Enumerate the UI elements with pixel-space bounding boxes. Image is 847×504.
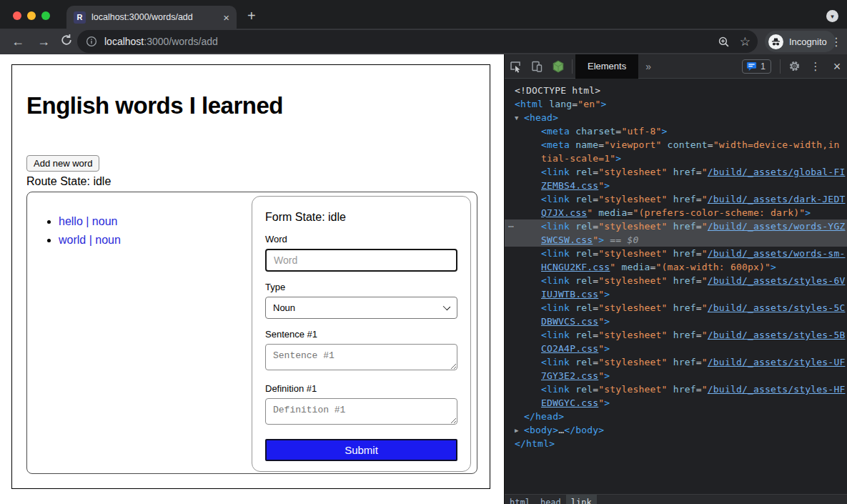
devtools-panel: Elements » 1 ⋮ × <!DOCTYPE html><html la… (504, 54, 847, 504)
zoom-window-button[interactable] (41, 11, 50, 20)
dom-tree-node[interactable]: ZEMBS4.css"> (505, 179, 847, 192)
breadcrumb-item-html[interactable]: html (505, 495, 535, 504)
stylesheet-link[interactable]: SWCSW.css (541, 234, 593, 245)
page-outer-container: English words I learned Add new word Rou… (11, 64, 490, 489)
dom-tree-selected-node[interactable]: ⋯<link rel="stylesheet" href="/build/_as… (505, 219, 847, 233)
dom-tree-node[interactable]: <link rel="stylesheet" href="/build/_ass… (505, 301, 847, 315)
more-tabs-icon[interactable]: » (645, 61, 651, 72)
reload-icon[interactable] (60, 34, 73, 49)
devtools-close-icon[interactable]: × (826, 57, 847, 76)
stylesheet-link[interactable]: IUJWTB.css (541, 289, 598, 300)
sentence-label: Sentence #1 (265, 329, 457, 340)
stylesheet-link[interactable]: /build/_assets/styles-5B (708, 330, 846, 340)
stylesheet-link[interactable]: /build/_assets/styles-UF (708, 357, 846, 367)
stylesheet-link[interactable]: /build/_assets/words-sm- (708, 248, 846, 259)
node-overflow-menu-icon[interactable]: ⋯ (508, 219, 514, 233)
page-info-icon[interactable] (86, 36, 97, 47)
incognito-label: Incognito (789, 36, 827, 47)
stylesheet-link[interactable]: ZEMBS4.css (541, 180, 598, 191)
dom-tree-node[interactable]: ▶<body>…</body> (505, 423, 847, 437)
stylesheet-link[interactable]: /build/_assets/styles-6V (708, 275, 846, 286)
form-state-text: Form State: idle (265, 211, 457, 224)
stylesheet-link[interactable]: /build/_assets/words-YGZ (708, 221, 846, 232)
stylesheet-link[interactable]: CO2A4P.css (541, 343, 598, 354)
back-icon[interactable]: ← (11, 34, 24, 49)
devtools-toolbar: Elements » 1 ⋮ × (505, 54, 847, 79)
dom-tree-node[interactable]: IUJWTB.css"> (505, 287, 847, 301)
word-list-item: world | noun (59, 231, 121, 249)
sentence-textarea[interactable] (265, 344, 457, 370)
stylesheet-link[interactable]: 7GY3E2.css (541, 370, 598, 381)
dom-tree-node[interactable]: <meta name="viewport" content="width=dev… (505, 138, 847, 152)
word-list: hello | nounworld | noun (59, 212, 121, 249)
dom-tree-node[interactable]: ▼<head> (505, 111, 847, 124)
stylesheet-link[interactable]: /build/_assets/styles-5C (708, 302, 846, 313)
tab-search-button[interactable]: ▾ (826, 10, 838, 22)
dom-tree-node[interactable]: tial-scale=1"> (505, 152, 847, 165)
close-window-button[interactable] (13, 11, 21, 20)
extension-cube-icon[interactable] (548, 57, 569, 76)
device-toolbar-icon[interactable] (526, 57, 548, 76)
dom-tree-node[interactable]: <link rel="stylesheet" href="/build/_ass… (505, 382, 847, 396)
browser-tab[interactable]: R localhost:3000/words/add × (66, 6, 237, 29)
expand-arrow-icon[interactable]: ▼ (515, 112, 519, 124)
minimize-window-button[interactable] (27, 11, 36, 20)
zoom-page-icon[interactable] (718, 36, 730, 48)
dom-tree-node[interactable]: <link rel="stylesheet" href="/build/_ass… (505, 274, 847, 287)
dom-tree-node[interactable]: <meta charset="utf-8"> (505, 124, 847, 138)
collapse-arrow-icon[interactable]: ▶ (515, 424, 519, 437)
tab-elements[interactable]: Elements (575, 54, 638, 79)
dom-tree-node[interactable]: EDWGYC.css"> (505, 396, 847, 410)
message-bubble-icon (746, 61, 757, 71)
new-tab-button[interactable]: + (247, 9, 256, 23)
stylesheet-link[interactable]: /build/_assets/global-FI (708, 167, 846, 177)
browser-menu-icon[interactable]: ⋮ (831, 35, 842, 49)
dom-tree-node[interactable]: </head> (505, 410, 847, 423)
definition-label: Definition #1 (265, 383, 457, 394)
dom-tree-node[interactable]: </html> (505, 437, 847, 450)
dom-tree-node[interactable]: DBWVCS.css"> (505, 315, 847, 328)
inspect-element-icon[interactable] (505, 57, 526, 76)
breadcrumb-item-link[interactable]: link (566, 495, 597, 504)
dom-tree-node[interactable]: <link rel="stylesheet" href="/build/_ass… (505, 355, 847, 369)
stylesheet-link[interactable]: EDWGYC.css (541, 397, 598, 408)
stylesheet-link[interactable]: Q7JX.css (541, 207, 587, 218)
submit-button[interactable]: Submit (265, 439, 457, 461)
issues-badge[interactable]: 1 (742, 59, 771, 74)
bookmark-star-icon[interactable]: ☆ (740, 34, 751, 49)
incognito-badge: Incognito (765, 31, 836, 52)
devtools-menu-icon[interactable]: ⋮ (805, 57, 826, 76)
add-new-word-button[interactable]: Add new word (26, 155, 99, 172)
settings-gear-icon[interactable] (783, 57, 805, 76)
page-title: English words I learned (26, 92, 283, 119)
dom-tree-node[interactable]: <link rel="stylesheet" href="/build/_ass… (505, 192, 847, 206)
dom-tree-node[interactable]: <!DOCTYPE html> (505, 84, 847, 97)
dom-tree-node[interactable]: HCNGU2KF.css" media="(max-width: 600px)"… (505, 260, 847, 274)
stylesheet-link[interactable]: DBWVCS.css (541, 316, 598, 327)
breadcrumb-item-head[interactable]: head (535, 495, 566, 504)
dom-tree-node[interactable]: <link rel="stylesheet" href="/build/_ass… (505, 328, 847, 342)
dom-tree-node[interactable]: CO2A4P.css"> (505, 342, 847, 355)
definition-textarea[interactable] (265, 398, 457, 425)
dom-tree-node[interactable]: <html lang="en"> (505, 97, 847, 111)
dom-tree-node[interactable]: <link rel="stylesheet" href="/build/_ass… (505, 165, 847, 179)
tab-close-icon[interactable]: × (222, 12, 231, 23)
web-page: English words I learned Add new word Rou… (0, 54, 504, 504)
type-select[interactable]: Noun (265, 297, 457, 319)
stylesheet-link[interactable]: HCNGU2KF.css (541, 262, 610, 272)
dom-tree-node[interactable]: Q7JX.css" media="(prefers-color-scheme: … (505, 206, 847, 219)
browser-toolbar: ← → localhost:3000/words/add ☆ Incognito… (0, 29, 847, 54)
word-link[interactable]: hello | noun (59, 215, 117, 227)
address-bar[interactable]: localhost:3000/words/add ☆ (77, 30, 758, 53)
forward-icon[interactable]: → (37, 34, 50, 49)
issues-count: 1 (761, 61, 766, 71)
type-label: Type (265, 282, 457, 292)
word-link[interactable]: world | noun (59, 234, 121, 246)
stylesheet-link[interactable]: /build/_assets/dark-JEDT (708, 194, 846, 204)
stylesheet-link[interactable]: /build/_assets/styles-HF (708, 384, 846, 395)
word-input[interactable] (265, 249, 457, 272)
dom-tree-selected-node[interactable]: SWCSW.css"> == $0 (505, 233, 847, 247)
dom-tree-node[interactable]: <link rel="stylesheet" href="/build/_ass… (505, 247, 847, 260)
url-text[interactable]: localhost:3000/words/add (104, 36, 708, 47)
dom-tree-node[interactable]: 7GY3E2.css"> (505, 369, 847, 382)
